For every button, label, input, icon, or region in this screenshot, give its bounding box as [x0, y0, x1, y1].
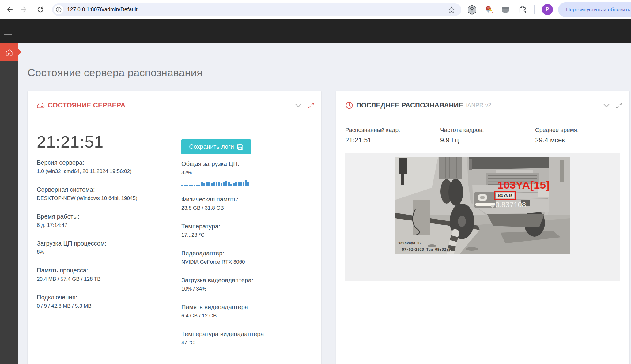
clock-icon [345, 101, 353, 109]
collapse-chevron-icon[interactable] [603, 103, 610, 109]
browser-toolbar: 127.0.0.1:8076/admin/Default [0, 0, 631, 19]
server-clock: 21:21:51 [37, 132, 172, 151]
recognition-card-header: ПОСЛЕДНЕЕ РАСПОЗНАВАНИЕ iANPR v2 [345, 101, 491, 109]
reload-icon [36, 6, 44, 13]
hdd-icon [37, 101, 45, 109]
active-item-arrow [18, 49, 21, 55]
server-card-title: СОСТОЯНИЕ СЕРВЕРА [48, 101, 126, 109]
plate-overlay-text: 103YA[15] [497, 179, 550, 191]
profile-initial: P [546, 6, 549, 13]
divider [37, 118, 312, 118]
recognition-stats-row: Распознанный кадр: 21:21:51 Частота кадр… [345, 127, 630, 144]
cpu-usage-sparkline [181, 180, 250, 186]
page-title: Состояние сервера распознавания [28, 67, 202, 79]
url-text: 127.0.0.1:8076/admin/Default [67, 6, 138, 13]
info-row: Подключения: 0 / 9 / 42.8 MB / 5.3 MB [37, 294, 172, 309]
info-row: Время работы: 6 д. 17:14:47 [37, 213, 172, 228]
info-row: Температура: 17...28 °C [181, 223, 313, 238]
reload-button[interactable] [34, 3, 47, 16]
stat-frame-rate: Частота кадров: 9.9 Гц [440, 127, 535, 144]
collapse-chevron-icon[interactable] [295, 103, 302, 109]
shield-extension-icon[interactable] [500, 4, 511, 15]
address-bar[interactable]: 127.0.0.1:8076/admin/Default [52, 3, 461, 16]
arrow-left-icon [5, 6, 13, 13]
license-plate-text: 103 YA 15 [497, 194, 512, 197]
info-row: Загрузка ЦП процессом: 8% [37, 240, 172, 255]
info-row: Загрузка видеоадаптера: 10% / 34% [181, 277, 313, 292]
recognition-frame-image: 103YA[15] 103 YA 15 0.837108 Vesovaya 02… [395, 157, 570, 254]
server-card-header: СОСТОЯНИЕ СЕРВЕРА [37, 101, 126, 109]
info-row: Физическая память: 23.8 GB / 31.8 GB [181, 196, 313, 211]
stat-recognized-frame: Распознанный кадр: 21:21:51 [345, 127, 440, 144]
info-row: Видеоадаптер: NVIDIA GeForce RTX 3060 [181, 250, 313, 265]
profile-avatar[interactable]: P [542, 4, 553, 15]
recognition-card-title: ПОСЛЕДНЕЕ РАСПОЗНАВАНИЕ [356, 101, 463, 109]
last-recognition-card: ПОСЛЕДНЕЕ РАСПОЗНАВАНИЕ iANPR v2 Распозн… [336, 91, 629, 364]
key-extension-icon[interactable] [467, 4, 478, 15]
navigation-sidebar [0, 43, 18, 364]
app-header [0, 19, 631, 43]
expand-icon[interactable] [308, 103, 314, 110]
site-info-icon[interactable] [54, 5, 63, 14]
bookmark-icon[interactable] [447, 5, 456, 15]
save-logs-button[interactable]: Сохранить логи [181, 139, 251, 154]
arrow-right-icon [21, 6, 28, 13]
menu-button[interactable] [4, 29, 12, 35]
expand-icon[interactable] [616, 103, 622, 110]
info-row: Серверная система: DESKTOP-NEW (Windows … [37, 186, 172, 201]
sidebar-item-home[interactable] [0, 43, 18, 61]
stat-average-time: Среднее время: 29.4 мсек [535, 127, 630, 144]
camera-name-text: Vesovaya 02 [398, 241, 421, 245]
confidence-text: 0.837108 [495, 201, 526, 209]
info-row: Память процесса: 20.4 MB / 57.4 GB / 128… [37, 267, 172, 282]
info-row: Память видеоадаптера: 6.4 GB / 12 GB [181, 304, 313, 319]
restart-update-button[interactable]: Перезапустить и обновить [558, 2, 631, 17]
info-row: Версия сервера: 1.0 (win32_amd64, 20.11.… [37, 159, 172, 174]
forward-button[interactable] [18, 3, 31, 16]
timestamp-text: 07-02-2023 Tue 09:32:53 [402, 247, 453, 252]
recognition-engine-version: iANPR v2 [466, 102, 491, 109]
divider [345, 118, 620, 118]
info-row: Температура видеоадаптера: 47 °C [181, 331, 313, 346]
hardware-info-column: Сохранить логи Общая загрузка ЦП: 32% Фи… [181, 139, 313, 358]
server-status-card: СОСТОЯНИЕ СЕРВЕРА 21:21:51 Версия сервер… [28, 91, 321, 364]
extensions-puzzle-icon[interactable] [517, 4, 528, 15]
back-button[interactable] [2, 3, 16, 16]
colored-extension-icon[interactable] [483, 4, 494, 15]
server-info-column: 21:21:51 Версия сервера: 1.0 (win32_amd6… [37, 132, 172, 321]
home-icon [5, 48, 13, 57]
toolbar-separator [534, 5, 535, 14]
recognition-frame-panel: 103YA[15] 103 YA 15 0.837108 Vesovaya 02… [345, 153, 620, 281]
info-row: Общая загрузка ЦП: 32% [181, 160, 313, 176]
floppy-icon [237, 144, 243, 150]
